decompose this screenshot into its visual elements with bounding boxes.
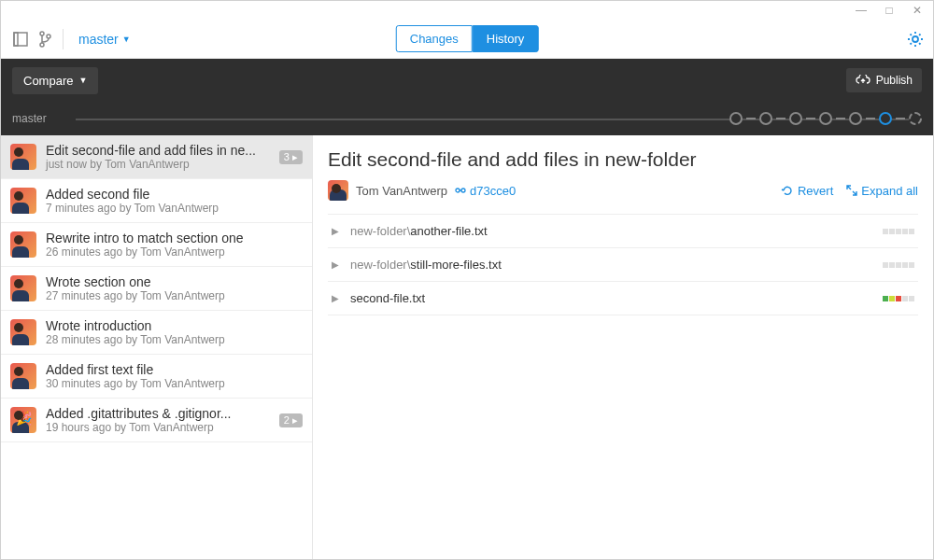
commit-title: Added first text file: [46, 362, 303, 377]
branch-graph-band: Compare ▼ Publish master: [1, 59, 933, 135]
expand-all-button[interactable]: Expand all: [846, 184, 918, 198]
avatar: [10, 188, 36, 214]
party-icon: 🎉: [16, 411, 32, 426]
commit-node[interactable]: [789, 112, 802, 125]
commit-link-icon: [455, 185, 466, 196]
svg-point-4: [47, 35, 50, 38]
commit-meta: 27 minutes ago by Tom VanAntwerp: [46, 289, 303, 302]
expand-label: Expand all: [861, 184, 918, 198]
svg-point-6: [456, 189, 460, 192]
commit-title: Rewrite intro to match section one: [46, 231, 303, 245]
expand-icon: [846, 185, 857, 196]
file-dir: new-folder\: [350, 258, 410, 272]
commit-meta-row: Tom VanAntwerp d73cce0 Revert: [328, 180, 918, 201]
avatar: [10, 275, 36, 301]
branch-label-dark: master: [12, 112, 47, 125]
window-maximize[interactable]: □: [875, 1, 903, 20]
caret-down-icon: ▼: [122, 35, 131, 44]
commit-meta: just now by Tom VanAntwerp: [46, 158, 270, 171]
commit-item[interactable]: 🎉Added .gitattributes & .gitignor...19 h…: [1, 399, 312, 442]
commit-node-active[interactable]: [879, 112, 892, 125]
commit-text: Added second file7 minutes ago by Tom Va…: [46, 187, 303, 215]
commit-sha-link[interactable]: d73cce0: [455, 184, 516, 198]
diff-indicator: [883, 229, 914, 234]
chevron-right-icon: ▶: [332, 293, 339, 303]
main-content: Edit second-file and add files in ne...j…: [1, 135, 933, 560]
commit-title: Added .gitattributes & .gitignor...: [46, 406, 270, 421]
commit-title: Wrote introduction: [46, 318, 303, 333]
svg-rect-1: [14, 33, 18, 46]
commit-text: Wrote section one27 minutes ago by Tom V…: [46, 274, 303, 302]
svg-point-3: [40, 43, 44, 47]
branch-selector[interactable]: master ▼: [71, 28, 138, 50]
svg-point-7: [461, 189, 465, 192]
commit-text: Wrote introduction28 minutes ago by Tom …: [46, 318, 303, 346]
publish-button[interactable]: Publish: [846, 68, 922, 92]
commit-node[interactable]: [819, 112, 832, 125]
undo-icon: [781, 184, 794, 197]
commit-text: Edit second-file and add files in ne...j…: [46, 143, 270, 171]
commit-meta: 7 minutes ago by Tom VanAntwerp: [46, 202, 303, 215]
repo-icon[interactable]: [10, 29, 31, 49]
revert-label: Revert: [798, 184, 833, 198]
revert-button[interactable]: Revert: [781, 184, 833, 198]
window-titlebar: — □ ✕: [1, 1, 933, 20]
compare-button[interactable]: Compare ▼: [12, 67, 98, 94]
window-minimize[interactable]: —: [847, 1, 875, 20]
branch-name: master: [78, 32, 119, 47]
commit-meta: 19 hours ago by Tom VanAntwerp: [46, 421, 270, 434]
commit-detail-title: Edit second-file and add files in new-fo…: [328, 148, 918, 171]
avatar: [10, 144, 36, 170]
commit-sha: d73cce0: [470, 184, 516, 198]
svg-point-2: [40, 32, 44, 35]
commit-author: Tom VanAntwerp: [356, 184, 447, 198]
tab-changes[interactable]: Changes: [396, 25, 473, 52]
commit-item[interactable]: Added second file7 minutes ago by Tom Va…: [1, 179, 312, 223]
commit-detail: Edit second-file and add files in new-fo…: [313, 135, 933, 560]
file-name: still-more-files.txt: [410, 258, 502, 272]
file-name: another-file.txt: [410, 224, 487, 238]
commit-item[interactable]: Rewrite intro to match section one26 min…: [1, 223, 312, 267]
avatar: [10, 363, 36, 389]
commit-item[interactable]: Wrote introduction28 minutes ago by Tom …: [1, 311, 312, 355]
commit-title: Edit second-file and add files in ne...: [46, 143, 270, 158]
commit-node-uncommitted[interactable]: [909, 112, 922, 125]
file-path: new-folder\another-file.txt: [350, 224, 488, 238]
file-dir: new-folder\: [350, 224, 410, 238]
top-toolbar: master ▼ Changes History: [1, 20, 933, 59]
view-tabs: Changes History: [396, 25, 539, 52]
commit-item[interactable]: Edit second-file and add files in ne...j…: [1, 135, 312, 179]
file-path: second-file.txt: [350, 291, 425, 305]
commit-text: Rewrite intro to match section one26 min…: [46, 231, 303, 259]
file-count-badge: 3 ▸: [279, 150, 303, 164]
avatar: [10, 319, 36, 345]
changed-files-list: ▶new-folder\another-file.txt▶new-folder\…: [328, 214, 918, 315]
branch-icon[interactable]: [35, 29, 55, 49]
file-name: second-file.txt: [350, 291, 425, 305]
commit-node[interactable]: [849, 112, 862, 125]
gear-icon[interactable]: [907, 31, 924, 48]
commit-list: Edit second-file and add files in ne...j…: [1, 135, 313, 560]
file-row[interactable]: ▶new-folder\another-file.txt: [328, 214, 918, 247]
chevron-right-icon: ▶: [332, 259, 339, 270]
commit-meta: 26 minutes ago by Tom VanAntwerp: [46, 245, 303, 259]
window-close[interactable]: ✕: [903, 1, 931, 20]
commit-title: Added second file: [46, 187, 303, 202]
publish-label: Publish: [876, 74, 913, 87]
commit-item[interactable]: Added first text file30 minutes ago by T…: [1, 355, 312, 399]
diff-indicator: [883, 296, 914, 301]
avatar: 🎉: [10, 407, 36, 433]
svg-point-5: [913, 36, 918, 42]
tab-history[interactable]: History: [473, 25, 538, 52]
commit-node[interactable]: [729, 112, 743, 125]
file-row[interactable]: ▶new-folder\still-more-files.txt: [328, 247, 918, 281]
divider: [63, 29, 64, 49]
commit-item[interactable]: Wrote section one27 minutes ago by Tom V…: [1, 267, 312, 311]
commit-node[interactable]: [759, 112, 772, 125]
caret-down-icon: ▼: [78, 76, 87, 85]
avatar: [328, 180, 348, 201]
file-row[interactable]: ▶second-file.txt: [328, 281, 918, 315]
file-count-badge: 2 ▸: [279, 413, 303, 427]
file-path: new-folder\still-more-files.txt: [350, 258, 502, 272]
cloud-upload-icon: [856, 75, 870, 86]
